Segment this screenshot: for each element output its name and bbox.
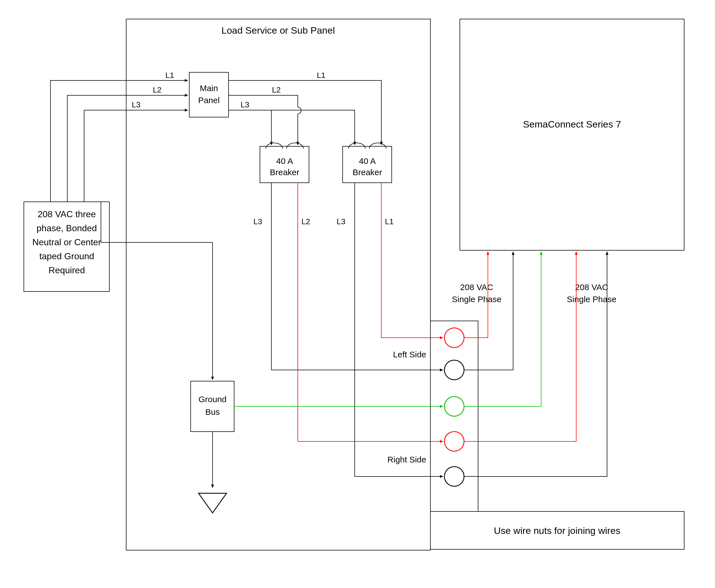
label-L2-in: L2 bbox=[153, 85, 162, 94]
label-brk1-L3: L3 bbox=[253, 217, 262, 226]
main-panel-l1: Main bbox=[200, 84, 218, 93]
wire-L2-out-a bbox=[228, 95, 298, 107]
wire-brk2-L1 bbox=[381, 183, 443, 338]
terminal-circle-2-black bbox=[445, 360, 464, 380]
main-panel-l2: Panel bbox=[198, 96, 220, 105]
ground-bus-box bbox=[191, 381, 234, 432]
wire-brk1-L2 bbox=[298, 183, 443, 441]
wire-L3-out-b2 bbox=[271, 110, 355, 145]
source-l2: phase, Bonded bbox=[37, 223, 97, 233]
phase1-l1: 208 VAC bbox=[460, 282, 493, 292]
label-brk1-L2: L2 bbox=[302, 217, 310, 226]
label-L3-in: L3 bbox=[132, 100, 141, 109]
breaker1-l2: Breaker bbox=[270, 168, 299, 177]
wire-L3-in bbox=[84, 110, 188, 202]
source-l1: 208 VAC three bbox=[38, 209, 96, 219]
breaker1-l1: 40 A bbox=[276, 156, 293, 166]
phase2-l1: 208 VAC bbox=[575, 282, 608, 292]
device-box bbox=[460, 19, 684, 250]
right-side-label: Right Side bbox=[388, 455, 426, 464]
device-label: SemaConnect Series 7 bbox=[523, 119, 621, 129]
wire-t2-device bbox=[464, 252, 513, 370]
earth-ground-icon bbox=[199, 493, 227, 513]
sub-panel-title: Load Service or Sub Panel bbox=[222, 25, 335, 36]
terminal-circle-3-green bbox=[445, 397, 464, 416]
label-L1-out: L1 bbox=[317, 71, 326, 80]
phase2-l2: Single Phase bbox=[567, 295, 617, 304]
phase1-l2: Single Phase bbox=[452, 295, 502, 304]
label-L3-out: L3 bbox=[241, 100, 249, 109]
sub-panel-box bbox=[126, 19, 430, 550]
label-brk2-L3: L3 bbox=[337, 217, 345, 226]
breaker2-arc-icon bbox=[349, 143, 365, 149]
ground-bus-l2: Bus bbox=[205, 407, 220, 417]
wire-t3-device bbox=[464, 252, 541, 406]
wire-ground-in bbox=[101, 202, 212, 380]
breaker1-arc-icon bbox=[266, 143, 283, 149]
wire-brk2-L3 bbox=[355, 183, 443, 477]
label-L2-out: L2 bbox=[272, 85, 281, 94]
left-side-label: Left Side bbox=[393, 350, 426, 359]
breaker2-l1: 40 A bbox=[359, 156, 376, 166]
terminal-circle-4-red bbox=[445, 432, 464, 451]
wire-L1-out bbox=[228, 80, 381, 145]
wire-L2-in bbox=[67, 95, 188, 202]
source-l4: taped Ground bbox=[39, 251, 94, 261]
wire-L1-in bbox=[50, 80, 188, 202]
breaker1-arc-icon-2 bbox=[287, 143, 303, 149]
main-panel-box bbox=[189, 72, 228, 117]
breaker2-l2: Breaker bbox=[352, 168, 382, 177]
terminal-circle-1-red bbox=[445, 328, 464, 348]
wiring-diagram: Load Service or Sub Panel SemaConnect Se… bbox=[0, 0, 715, 588]
ground-bus-l1: Ground bbox=[199, 395, 227, 404]
source-l5: Required bbox=[48, 265, 85, 275]
terminal-circle-5-black bbox=[445, 467, 464, 486]
breaker2-arc-icon-2 bbox=[369, 143, 386, 149]
source-l3: Neutral or Center bbox=[32, 237, 101, 247]
wire-brk1-L3 bbox=[271, 183, 443, 370]
wire-t4-device bbox=[464, 252, 576, 441]
label-L1-in: L1 bbox=[165, 71, 174, 80]
wirenuts-label: Use wire nuts for joining wires bbox=[494, 525, 620, 536]
wire-L3-out-b1 bbox=[228, 110, 271, 145]
label-brk2-L1: L1 bbox=[385, 217, 394, 226]
